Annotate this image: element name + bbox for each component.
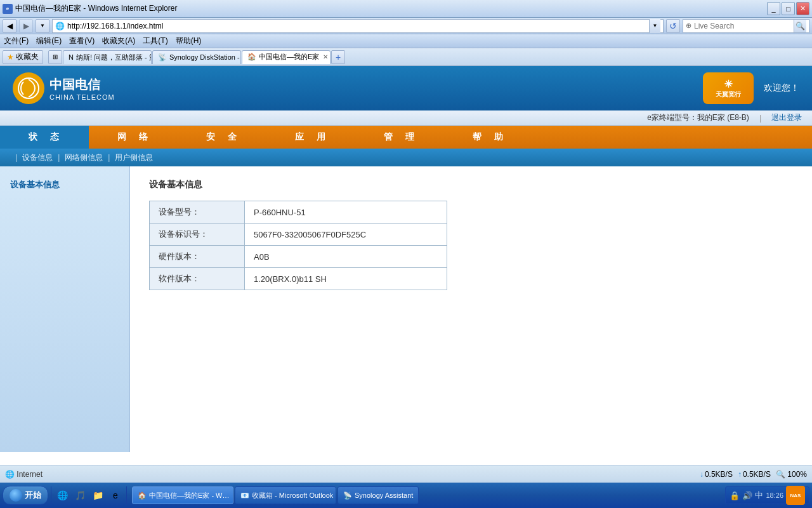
ql-ie2-button[interactable]: e: [107, 487, 124, 504]
sub-nav: | 设备信息 | 网络侧信息 | 用户侧信息: [0, 149, 812, 166]
row-key-3: 软件版本：: [150, 268, 245, 290]
subnav-sep-1: |: [58, 153, 60, 162]
nav-manage[interactable]: 管 理: [355, 126, 444, 149]
section-title: 设备基本信息: [149, 179, 793, 190]
systray-volume[interactable]: 🔊: [742, 491, 752, 500]
row-key-0: 设备型号：: [150, 201, 245, 224]
upload-speed: 0.5KB/S: [743, 470, 771, 479]
task-ie-favicon: 🏠: [138, 491, 147, 500]
nas-icon[interactable]: NAS: [786, 486, 805, 505]
welcome-text: 欢迎您！: [764, 83, 799, 94]
menu-tools[interactable]: 工具(T): [143, 36, 167, 46]
subnav-sep-2: |: [108, 153, 110, 162]
taskbar: 开始 🌐 🎵 📁 e 🏠 中国电信—我的E家 - W… 📧 收藏箱 - Micr…: [0, 483, 812, 508]
refresh-button[interactable]: ↺: [666, 19, 680, 33]
ql-ie-button[interactable]: 🌐: [54, 487, 70, 504]
subnav-network-info[interactable]: 网络侧信息: [65, 152, 103, 163]
systray-ime[interactable]: 中: [755, 490, 763, 501]
status-text: Internet: [16, 470, 43, 479]
back-button[interactable]: ◀: [3, 19, 16, 33]
favorites-tab-bar: ★ 收藏夹 ⊞ N 纳斯! 问题，互助部落 - 第… 📡 Synology Di…: [0, 48, 812, 66]
tianyi-label: 天翼宽行: [716, 90, 741, 99]
address-input-wrap[interactable]: 🌐 ▼: [52, 19, 664, 33]
tab-close-2[interactable]: ✕: [322, 53, 329, 60]
search-input[interactable]: [694, 22, 794, 30]
task-synology-label: Synology Assistant: [355, 491, 413, 499]
tab-favicon-1: 📡: [158, 53, 167, 62]
search-wrap[interactable]: ⊕ 🔍: [683, 19, 809, 33]
download-speed-item: ↓ 0.5KB/S: [700, 470, 733, 479]
start-orb: [10, 489, 22, 502]
tab-0[interactable]: N 纳斯! 问题，互助部落 - 第…: [63, 50, 152, 64]
menu-view[interactable]: 查看(V): [69, 36, 95, 46]
row-value-0: P-660HNU-51: [245, 201, 447, 224]
task-outlook-favicon: 📧: [240, 491, 249, 500]
tab-1[interactable]: 📡 Synology DiskStation - DiskS…: [152, 50, 241, 64]
ie-icon: e: [3, 4, 13, 14]
tab-2[interactable]: 🏠 中国电信—我的E家 ✕: [242, 50, 331, 64]
favorites-label: 收藏夹: [16, 51, 39, 62]
taskbar-sep-2: [126, 486, 127, 504]
table-row-2: 硬件版本： A0B: [150, 246, 447, 268]
nav-help[interactable]: 帮 助: [444, 126, 533, 149]
favorites-star-icon: ★: [7, 53, 14, 62]
nav-status[interactable]: 状 态: [0, 126, 89, 149]
nas-label: NAS: [790, 493, 801, 498]
nav-network[interactable]: 网 络: [89, 126, 178, 149]
table-row-0: 设备型号： P-660HNU-51: [150, 201, 447, 224]
search-go-button[interactable]: 🔍: [794, 20, 806, 32]
subtitle-bar: e家终端型号：我的E家 (E8-B) | 退出登录: [0, 110, 812, 126]
menu-favorites[interactable]: 收藏夹(A): [102, 36, 135, 46]
nav-application[interactable]: 应 用: [266, 126, 355, 149]
tab-favicon-2: 🏠: [247, 53, 256, 61]
menu-file[interactable]: 文件(F): [4, 36, 29, 46]
tab-label-2: 中国电信—我的E家: [259, 52, 319, 62]
task-outlook-button[interactable]: 📧 收藏箱 - Microsoft Outlook: [235, 486, 336, 504]
title-bar-left: e 中国电信—我的E家 - Windows Internet Explorer: [3, 3, 177, 14]
new-tab-button[interactable]: +: [331, 50, 345, 64]
start-button[interactable]: 开始: [3, 486, 48, 505]
menu-edit[interactable]: 编辑(E): [36, 36, 62, 46]
maximize-button[interactable]: □: [782, 2, 795, 15]
logout-button[interactable]: 退出登录: [771, 112, 802, 123]
forward-button[interactable]: ▶: [19, 19, 33, 33]
minimize-button[interactable]: _: [767, 2, 780, 15]
sidebar-item-device-info[interactable]: 设备基本信息: [5, 177, 124, 193]
task-synology-button[interactable]: 📡 Synology Assistant: [337, 486, 419, 504]
subnav-device-info[interactable]: 设备信息: [22, 152, 53, 163]
subnav-sep-0: |: [15, 153, 17, 162]
systray: 🔒 🔊 中 18:26 NAS: [725, 486, 809, 504]
site-header: 中国电信 CHINA TELECOM ☀ 天翼宽行 欢迎您！: [0, 66, 812, 110]
logo-icon: [13, 72, 44, 104]
task-ie-button[interactable]: 🏠 中国电信—我的E家 - W…: [132, 486, 233, 504]
ql-folder-button[interactable]: 📁: [89, 487, 106, 504]
status-right: ↓ 0.5KB/S ↑ 0.5KB/S 🔍 100%: [700, 470, 807, 479]
tab-grid-button[interactable]: ⊞: [48, 50, 62, 64]
tab-label-0: 纳斯! 问题，互助部落 - 第…: [76, 53, 152, 62]
address-input[interactable]: [67, 22, 649, 30]
task-outlook-label: 收藏箱 - Microsoft Outlook: [252, 491, 333, 500]
subnav-user-info[interactable]: 用户侧信息: [115, 152, 153, 163]
content-area: 设备基本信息 设备基本信息 设备型号： P-660HNU-51 设备标识号： 5…: [0, 166, 812, 452]
quick-launch: 🌐 🎵 📁 e: [54, 487, 124, 504]
download-speed: 0.5KB/S: [705, 470, 733, 479]
main-content: 设备基本信息 设备型号： P-660HNU-51 设备标识号： 5067F0-3…: [130, 166, 812, 452]
systray-network[interactable]: 🔒: [730, 491, 740, 500]
logo-text: 中国电信 CHINA TELECOM: [49, 76, 115, 101]
tianyi-logo: ☀ 天翼宽行: [703, 72, 754, 104]
address-bar: ◀ ▶ ▼ 🌐 ▼ ↺ ⊕ 🔍: [0, 18, 812, 34]
window-controls: _ □ ✕: [767, 2, 809, 15]
taskbar-tasks: 🏠 中国电信—我的E家 - W… 📧 收藏箱 - Microsoft Outlo…: [129, 486, 724, 504]
nav-security[interactable]: 安 全: [178, 126, 266, 149]
sidebar: 设备基本信息: [0, 166, 130, 452]
logo-english: CHINA TELECOM: [49, 93, 115, 101]
close-button[interactable]: ✕: [796, 2, 809, 15]
favorites-button[interactable]: ★ 收藏夹: [3, 50, 43, 64]
row-key-1: 设备标识号：: [150, 224, 245, 246]
menu-help[interactable]: 帮助(H): [176, 36, 202, 46]
window-title: 中国电信—我的E家 - Windows Internet Explorer: [15, 3, 177, 14]
address-dropdown[interactable]: ▼: [649, 19, 660, 33]
ql-media-button[interactable]: 🎵: [72, 487, 88, 504]
dropdown-arrow[interactable]: ▼: [36, 19, 49, 33]
logo-chinese: 中国电信: [49, 76, 115, 93]
